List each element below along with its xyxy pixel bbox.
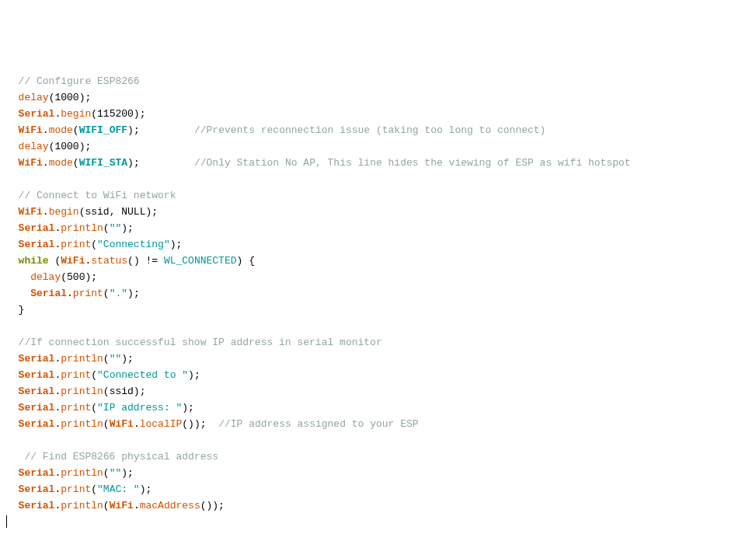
code-line: Serial.println(WiFi.localIP()); //IP add…: [6, 418, 419, 430]
open-paren: (: [103, 467, 110, 479]
open-paren: (: [103, 500, 110, 511]
code-line: Serial.println("");: [6, 353, 134, 365]
code-line: Serial.print("MAC: ");: [6, 483, 152, 495]
kw-while: while: [19, 255, 49, 267]
fn-println: println: [61, 467, 103, 479]
close: ());: [200, 500, 225, 511]
close: );: [140, 483, 152, 495]
kw-serial: Serial: [19, 402, 55, 414]
dot: .: [43, 124, 49, 136]
close-brace: }: [19, 304, 25, 316]
blank-line: [6, 435, 12, 446]
code-line: WiFi.mode(WIFI_STA); //Only Station No A…: [6, 157, 631, 169]
args: (ssid, NULL);: [79, 206, 158, 218]
fn-begin: begin: [49, 206, 79, 218]
string: ".": [110, 288, 127, 299]
close: );: [127, 288, 140, 299]
code-line: Serial.println(ssid);: [6, 386, 145, 397]
fn-delay: delay: [30, 271, 61, 283]
kw-wifi: WiFi: [19, 157, 43, 169]
close: ());: [182, 418, 206, 430]
close: );: [182, 402, 194, 414]
fn-print: print: [61, 369, 91, 381]
comment: //Prevents reconnection issue (taking to…: [194, 124, 545, 136]
kw-wifi: WiFi: [19, 124, 43, 136]
open-paren: (: [91, 402, 97, 414]
const-wifi-sta: WIFI_STA: [79, 157, 127, 169]
kw-wifi: WiFi: [19, 206, 43, 218]
kw-serial: Serial: [19, 239, 55, 250]
close: );: [121, 353, 134, 365]
fn-delay: delay: [19, 92, 49, 103]
kw-wifi: WiFi: [110, 418, 134, 430]
open-paren: (: [103, 418, 110, 430]
code-line: Serial.println("");: [6, 467, 134, 479]
code-line: delay(1000);: [6, 141, 91, 152]
open-paren: (: [91, 239, 97, 250]
close: );: [127, 124, 140, 136]
fn-begin: begin: [61, 108, 91, 120]
fn-print: print: [61, 239, 91, 250]
dot: .: [134, 500, 140, 511]
dot: .: [43, 157, 49, 169]
code-line: }: [6, 304, 24, 316]
code-line: // Connect to WiFi network: [6, 190, 176, 201]
comment: // Connect to WiFi network: [19, 190, 176, 201]
args: (ssid);: [103, 386, 146, 397]
comment: //Only Station No AP, This line hides th…: [194, 157, 631, 169]
code-line: delay(500);: [6, 271, 97, 283]
code-line: while (WiFi.status() != WL_CONNECTED) {: [6, 255, 255, 267]
string: "": [110, 222, 122, 234]
kw-serial: Serial: [19, 108, 55, 120]
blank-line: [6, 532, 12, 544]
kw-serial: Serial: [19, 418, 55, 430]
string: "Connected to ": [97, 369, 188, 381]
fn-print: print: [61, 402, 91, 414]
kw-serial: Serial: [19, 467, 55, 479]
code-line: WiFi.begin(ssid, NULL);: [6, 206, 158, 218]
code-line: Serial.print(".");: [6, 288, 140, 299]
spacer: [140, 124, 194, 136]
code-line: Serial.println(WiFi.macAddress());: [6, 500, 225, 511]
code-line: delay(1000);: [6, 92, 91, 103]
string: "": [110, 353, 122, 365]
cursor-line: [6, 516, 7, 528]
open-paren: (: [91, 483, 97, 495]
kw-serial: Serial: [30, 288, 67, 299]
blank-line: [6, 173, 19, 185]
close: );: [121, 467, 134, 479]
open-paren: (: [73, 124, 79, 136]
fn-println: println: [61, 386, 103, 397]
comment: //IP address assigned to your ESP: [218, 418, 418, 430]
args: (115200);: [91, 108, 145, 120]
args: (500);: [61, 271, 97, 283]
const-wifi-off: WIFI_OFF: [79, 124, 127, 136]
fn-mode: mode: [49, 124, 73, 136]
code-line: // Configure ESP8266: [6, 75, 140, 87]
string: "MAC: ": [97, 483, 140, 495]
string: "IP address: ": [97, 402, 182, 414]
fn-print: print: [61, 483, 91, 495]
kw-serial: Serial: [19, 222, 55, 234]
comment: // Find ESP8266 physical address: [24, 451, 218, 462]
fn-mode: mode: [49, 157, 73, 169]
kw-serial: Serial: [19, 369, 55, 381]
code-line: Serial.begin(115200);: [6, 108, 145, 120]
comment: //If connection successful show IP addre…: [19, 337, 382, 348]
fn-println: println: [61, 353, 103, 365]
spacer: [140, 157, 194, 169]
close: );: [127, 157, 140, 169]
dot: .: [134, 418, 140, 430]
fn-localip: localIP: [140, 418, 183, 430]
kw-serial: Serial: [19, 353, 55, 365]
kw-serial: Serial: [19, 500, 55, 511]
code-line: // Find ESP8266 physical address: [6, 451, 218, 462]
args: (1000);: [49, 141, 92, 152]
kw-serial: Serial: [19, 386, 55, 397]
dot: .: [43, 206, 49, 218]
dot: .: [67, 288, 73, 299]
fn-println: println: [61, 500, 103, 511]
const-wl-connected: WL_CONNECTED: [164, 255, 237, 267]
fn-delay: delay: [19, 141, 49, 152]
code-line: Serial.print("Connected to ");: [6, 369, 200, 381]
